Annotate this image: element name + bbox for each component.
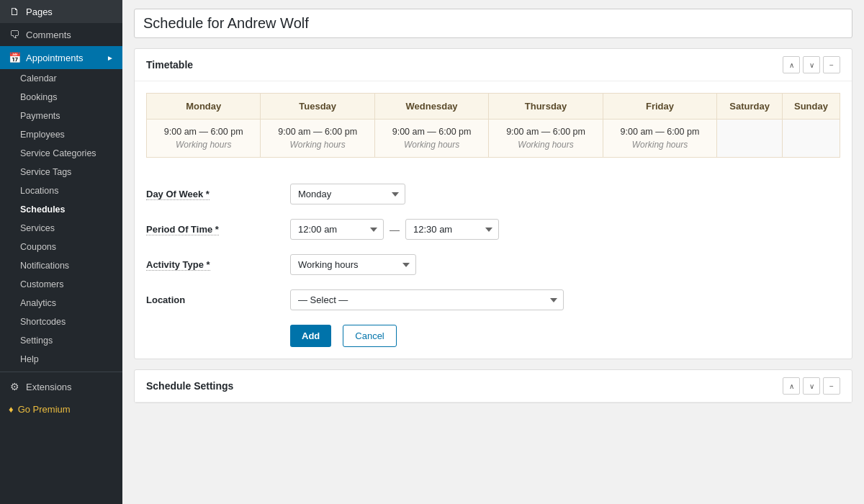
timetable-header-actions: ∧ ∨ − bbox=[783, 56, 840, 73]
sidebar-sub-employees[interactable]: Employees bbox=[0, 125, 122, 144]
sidebar-item-appointments[interactable]: 📅 Appointments ► bbox=[0, 46, 122, 69]
sidebar-divider bbox=[0, 372, 122, 372]
sidebar-sub-customers[interactable]: Customers bbox=[0, 275, 122, 294]
timetable-card: Timetable ∧ ∨ − Monday Tuesday Wednesday… bbox=[134, 48, 852, 359]
settings-collapse-btn[interactable]: − bbox=[823, 377, 840, 395]
day-of-week-row: Day Of Week * Monday Tuesday Wednesday T… bbox=[146, 184, 840, 204]
col-thursday: Thursday bbox=[489, 94, 603, 120]
sidebar-item-comments[interactable]: 🗨 Comments bbox=[0, 23, 122, 46]
timetable-down-btn[interactable]: ∨ bbox=[803, 56, 820, 73]
col-wednesday: Wednesday bbox=[374, 94, 488, 120]
sidebar-sub-locations[interactable]: Locations bbox=[0, 181, 122, 200]
sidebar: 🗋 Pages 🗨 Comments 📅 Appointments ► Cale… bbox=[0, 0, 122, 504]
timetable-header: Timetable ∧ ∨ − bbox=[135, 49, 852, 81]
timetable-up-btn[interactable]: ∧ bbox=[783, 56, 800, 73]
schedule-settings-title: Schedule Settings bbox=[146, 380, 233, 392]
period-of-time-label: Period Of Time * bbox=[146, 224, 290, 235]
main-content: Timetable ∧ ∨ − Monday Tuesday Wednesday… bbox=[122, 0, 864, 504]
timetable-title: Timetable bbox=[146, 59, 193, 71]
sidebar-sub-payments[interactable]: Payments bbox=[0, 107, 122, 125]
schedule-settings-card: Schedule Settings ∧ ∨ − bbox=[134, 369, 852, 403]
col-monday: Monday bbox=[147, 94, 261, 120]
period-of-time-row: Period Of Time * 12:00 am 12:30 am 1:00 … bbox=[146, 219, 840, 240]
activity-type-label: Activity Type * bbox=[146, 259, 290, 270]
premium-icon: ♦ bbox=[9, 404, 14, 415]
period-of-time-required-label: Period Of Time * bbox=[146, 224, 219, 235]
cell-wednesday: 9:00 am — 6:00 pm Working hours bbox=[374, 120, 488, 158]
cell-saturday bbox=[717, 120, 783, 158]
cell-sunday bbox=[782, 120, 840, 158]
schedule-settings-header: Schedule Settings ∧ ∨ − bbox=[135, 370, 852, 402]
sidebar-sub-calendar[interactable]: Calendar bbox=[0, 69, 122, 88]
activity-type-select[interactable]: Working hours Break Day off bbox=[290, 254, 416, 275]
sidebar-sub-services[interactable]: Services bbox=[0, 219, 122, 238]
sidebar-sub-notifications[interactable]: Notifications bbox=[0, 256, 122, 275]
location-label: Location bbox=[146, 294, 290, 305]
page-title-input[interactable] bbox=[134, 9, 852, 38]
col-friday: Friday bbox=[603, 94, 716, 120]
pages-icon: 🗋 bbox=[9, 6, 20, 17]
sidebar-sub-shortcodes[interactable]: Shortcodes bbox=[0, 312, 122, 331]
col-tuesday: Tuesday bbox=[261, 94, 374, 120]
period-controls: 12:00 am 12:30 am 1:00 am — 12:30 am 1:0… bbox=[290, 219, 499, 240]
cell-monday: 9:00 am — 6:00 pm Working hours bbox=[147, 120, 261, 158]
sidebar-sub-bookings[interactable]: Bookings bbox=[0, 88, 122, 107]
cell-thursday: 9:00 am — 6:00 pm Working hours bbox=[489, 120, 603, 158]
sidebar-sub-coupons[interactable]: Coupons bbox=[0, 238, 122, 256]
day-of-week-required-label: Day Of Week * bbox=[146, 189, 210, 200]
sidebar-sub-service-tags[interactable]: Service Tags bbox=[0, 163, 122, 181]
day-of-week-select[interactable]: Monday Tuesday Wednesday Thursday Friday… bbox=[290, 184, 405, 204]
period-end-select[interactable]: 12:30 am 1:00 am 1:30 am bbox=[405, 219, 499, 240]
add-button[interactable]: Add bbox=[290, 325, 331, 347]
schedule-settings-actions: ∧ ∨ − bbox=[783, 377, 840, 395]
settings-up-btn[interactable]: ∧ bbox=[783, 377, 800, 395]
day-of-week-label: Day Of Week * bbox=[146, 189, 290, 199]
cancel-button[interactable]: Cancel bbox=[343, 325, 396, 347]
sidebar-sub-analytics[interactable]: Analytics bbox=[0, 294, 122, 312]
period-dash: — bbox=[390, 224, 400, 235]
extensions-icon: ⚙ bbox=[9, 381, 20, 392]
timetable-collapse-btn[interactable]: − bbox=[823, 56, 840, 73]
cell-tuesday: 9:00 am — 6:00 pm Working hours bbox=[261, 120, 374, 158]
sidebar-item-pages[interactable]: 🗋 Pages bbox=[0, 0, 122, 23]
location-row: Location — Select — bbox=[146, 289, 840, 310]
sidebar-item-extensions[interactable]: ⚙ Extensions bbox=[0, 375, 122, 398]
sidebar-sub-help[interactable]: Help bbox=[0, 350, 122, 369]
col-saturday: Saturday bbox=[717, 94, 783, 120]
location-select[interactable]: — Select — bbox=[290, 289, 564, 310]
timetable-body: Monday Tuesday Wednesday Thursday Friday… bbox=[135, 81, 852, 169]
settings-down-btn[interactable]: ∨ bbox=[803, 377, 820, 395]
location-label-text: Location bbox=[146, 294, 185, 305]
activity-type-required-label: Activity Type * bbox=[146, 259, 210, 271]
form-actions: Add Cancel bbox=[146, 325, 840, 347]
cell-friday: 9:00 am — 6:00 pm Working hours bbox=[603, 120, 716, 158]
timetable-form: Day Of Week * Monday Tuesday Wednesday T… bbox=[135, 169, 852, 359]
period-start-select[interactable]: 12:00 am 12:30 am 1:00 am bbox=[290, 219, 384, 240]
sidebar-sub-service-categories[interactable]: Service Categories bbox=[0, 144, 122, 163]
activity-type-row: Activity Type * Working hours Break Day … bbox=[146, 254, 840, 275]
timetable-table: Monday Tuesday Wednesday Thursday Friday… bbox=[146, 93, 840, 158]
table-row: 9:00 am — 6:00 pm Working hours 9:00 am … bbox=[147, 120, 840, 158]
sidebar-sub-settings[interactable]: Settings bbox=[0, 331, 122, 350]
sidebar-sub-schedules[interactable]: Schedules bbox=[0, 200, 122, 219]
comments-icon: 🗨 bbox=[9, 29, 20, 40]
go-premium-button[interactable]: ♦ Go Premium bbox=[0, 398, 122, 420]
col-sunday: Sunday bbox=[782, 94, 840, 120]
appointments-icon: 📅 bbox=[9, 52, 20, 63]
